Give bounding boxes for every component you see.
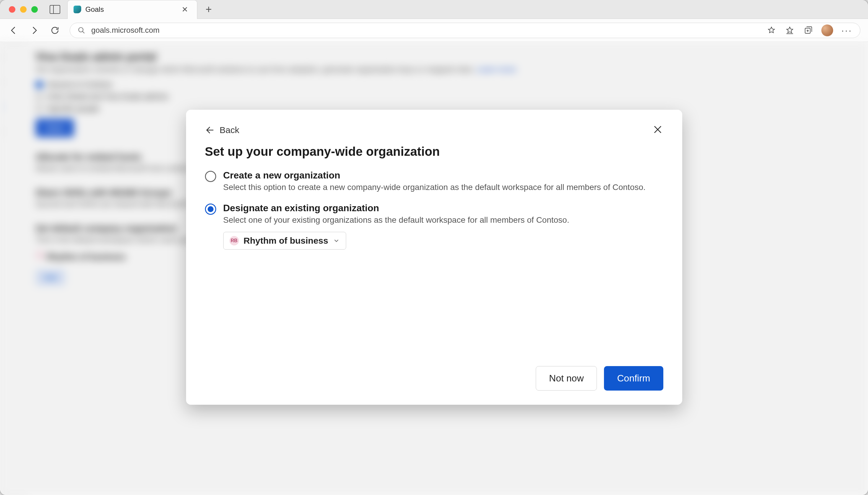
modal-title: Set up your company-wide organization (205, 144, 663, 159)
radio-designate-existing[interactable] (205, 204, 216, 215)
tab-overview-icon[interactable] (50, 5, 60, 14)
close-icon (652, 124, 663, 135)
option-desc: Select one of your existing organization… (223, 215, 663, 225)
more-menu-icon[interactable]: ··· (841, 25, 852, 35)
org-name: Rhythm of business (244, 236, 328, 246)
toolbar: goals.microsoft.com ··· (0, 19, 868, 42)
tab-favicon-icon (73, 5, 81, 13)
profile-avatar[interactable] (821, 24, 833, 36)
browser-tab[interactable]: Goals ✕ (67, 0, 197, 19)
option-title: Create a new organization (223, 170, 663, 181)
back-label: Back (220, 125, 240, 135)
add-favorite-icon[interactable] (766, 25, 776, 35)
maximize-window-icon[interactable] (31, 6, 38, 13)
option-desc: Select this option to create a new compa… (223, 183, 663, 192)
address-bar[interactable]: goals.microsoft.com ··· (70, 23, 860, 38)
favorites-icon[interactable] (785, 25, 795, 35)
close-window-icon[interactable] (9, 6, 15, 13)
svg-point-0 (79, 28, 83, 32)
collections-icon[interactable] (803, 25, 813, 35)
setup-org-modal: Back Set up your company-wide organizati… (186, 110, 682, 405)
not-now-button[interactable]: Not now (536, 366, 597, 391)
org-badge: RB (229, 236, 239, 245)
titlebar: Goals ✕ + (0, 0, 868, 19)
modal-close-button[interactable] (652, 124, 663, 136)
tab-title: Goals (85, 5, 179, 14)
window-controls (9, 6, 38, 13)
option-title: Designate an existing organization (223, 203, 663, 214)
nav-forward-button[interactable] (28, 24, 40, 36)
org-picker-dropdown[interactable]: RB Rhythm of business (223, 232, 346, 250)
nav-refresh-button[interactable] (49, 24, 61, 36)
arrow-left-icon (205, 125, 216, 135)
chevron-down-icon (333, 237, 340, 244)
modal-overlay: Back Set up your company-wide organizati… (0, 42, 868, 495)
tab-close-icon[interactable]: ✕ (179, 4, 191, 15)
search-icon (78, 27, 85, 34)
minimize-window-icon[interactable] (20, 6, 27, 13)
url-text: goals.microsoft.com (91, 25, 160, 35)
nav-back-button[interactable] (8, 24, 19, 36)
confirm-button[interactable]: Confirm (604, 366, 663, 391)
browser-window: Goals ✕ + goals.microsoft.com (0, 0, 868, 495)
radio-create-new[interactable] (205, 171, 216, 182)
new-tab-button[interactable]: + (202, 3, 215, 16)
option-create-new[interactable]: Create a new organization Select this op… (205, 170, 663, 192)
option-designate-existing[interactable]: Designate an existing organization Selec… (205, 203, 663, 250)
modal-back-button[interactable]: Back (205, 125, 240, 135)
